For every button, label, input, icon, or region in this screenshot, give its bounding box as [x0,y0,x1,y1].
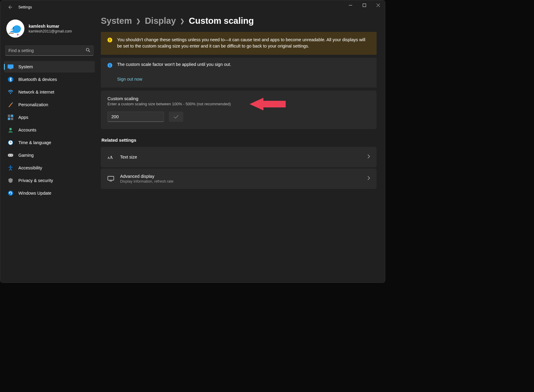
svg-rect-35 [108,176,114,180]
nav-network[interactable]: Network & internet [4,86,95,98]
nav-system[interactable]: System [4,61,95,73]
scaling-title: Custom scaling [107,96,370,101]
nav-bluetooth[interactable]: Bluetooth & devices [4,74,95,85]
apps-icon [8,114,14,120]
window-controls [343,0,385,10]
svg-point-24 [11,155,12,156]
nav-update[interactable]: Windows Update [4,187,95,199]
nav-label: Gaming [18,153,34,158]
svg-text:A: A [110,155,113,160]
update-icon [8,190,14,196]
clock-icon [8,140,14,146]
svg-rect-28 [110,39,110,41]
svg-rect-29 [110,41,110,42]
check-icon [173,115,179,119]
info-text: The custom scale factor won't be applied… [117,62,231,67]
related-item-title: Advanced display [120,174,361,179]
nav-apps[interactable]: Apps [4,112,95,123]
svg-rect-32 [110,64,110,64]
sign-out-link[interactable]: Sign out now [117,73,369,82]
related-text-size[interactable]: AA Text size [101,147,377,167]
svg-point-26 [8,191,13,196]
chevron-right-icon: ❯ [136,18,141,24]
custom-scaling-card: Custom scaling Enter a custom scaling si… [101,91,377,129]
breadcrumb: System ❯ Display ❯ Custom scaling [101,16,377,26]
svg-point-6 [17,34,19,35]
gamepad-icon [8,152,14,158]
minimize-button[interactable] [343,0,357,10]
nav-label: Bluetooth & devices [18,77,57,82]
warning-icon [107,38,112,42]
search-icon [86,48,90,54]
search-box[interactable] [5,45,94,56]
user-name: kamlesh kumar [29,24,72,29]
brush-icon [8,102,14,108]
sidebar: kamlesh kumar kamlesh2011@gmail.com Syst… [4,14,97,200]
app-title: Settings [18,5,32,9]
accessibility-icon [8,165,14,171]
nav-label: Privacy & security [18,178,53,183]
close-button[interactable] [371,0,385,10]
svg-point-12 [10,93,11,94]
nav-label: System [18,64,33,69]
nav-label: Accounts [18,128,36,132]
nav-label: Accessibility [18,165,42,170]
scaling-subtitle: Enter a custom scaling size between 100%… [107,102,370,106]
nav-label: Apps [18,115,28,120]
text-size-icon: AA [107,154,114,160]
nav-time[interactable]: Time & language [4,137,95,148]
apply-button[interactable] [169,112,183,122]
svg-rect-13 [8,115,10,117]
warning-banner: You shouldn't change these settings unle… [101,32,377,55]
related-advanced-display[interactable]: Advanced display Display information, re… [101,168,377,189]
svg-rect-15 [8,118,10,120]
svg-rect-22 [8,154,13,157]
nav-accessibility[interactable]: Accessibility [4,162,95,174]
titlebar: Settings [0,0,385,14]
shield-icon [8,177,14,184]
nav-label: Time & language [18,140,51,145]
nav-label: Personalization [18,102,48,107]
scaling-input[interactable] [107,112,164,122]
monitor-icon [107,176,114,181]
svg-point-7 [86,48,89,51]
svg-rect-1 [363,4,366,7]
warning-text: You shouldn't change these settings unle… [117,37,369,49]
svg-rect-9 [8,65,14,69]
svg-rect-14 [11,115,13,117]
avatar [6,20,24,38]
display-icon [8,64,14,70]
nav-accounts[interactable]: Accounts [4,124,95,136]
search-input[interactable] [8,48,86,53]
svg-line-8 [89,51,90,52]
main-content: System ❯ Display ❯ Custom scaling You sh… [97,14,385,200]
nav-label: Windows Update [18,191,51,196]
related-item-title: Text size [120,155,361,159]
chevron-right-icon [367,154,370,160]
svg-rect-31 [110,65,110,67]
info-icon [107,63,112,68]
breadcrumb-current: Custom scaling [189,16,254,26]
nav-gaming[interactable]: Gaming [4,150,95,161]
user-block[interactable]: kamlesh kumar kamlesh2011@gmail.com [4,18,95,44]
nav-privacy[interactable]: Privacy & security [4,175,95,186]
maximize-button[interactable] [357,0,371,10]
svg-rect-16 [11,118,13,120]
nav-personalization[interactable]: Personalization [4,99,95,110]
breadcrumb-system[interactable]: System [101,16,132,26]
related-header: Related settings [101,137,377,143]
svg-rect-10 [9,69,12,69]
svg-point-23 [9,155,10,156]
wifi-icon [8,89,14,95]
chevron-right-icon [367,176,370,181]
svg-point-5 [13,27,14,28]
svg-point-25 [10,165,11,167]
back-button[interactable] [6,3,14,11]
user-email: kamlesh2011@gmail.com [29,29,72,33]
nav-label: Network & internet [18,90,54,94]
info-banner: The custom scale factor won't be applied… [101,58,377,88]
account-icon [8,127,14,133]
breadcrumb-display[interactable]: Display [145,16,176,26]
bluetooth-icon [8,76,14,82]
svg-point-17 [9,128,12,130]
